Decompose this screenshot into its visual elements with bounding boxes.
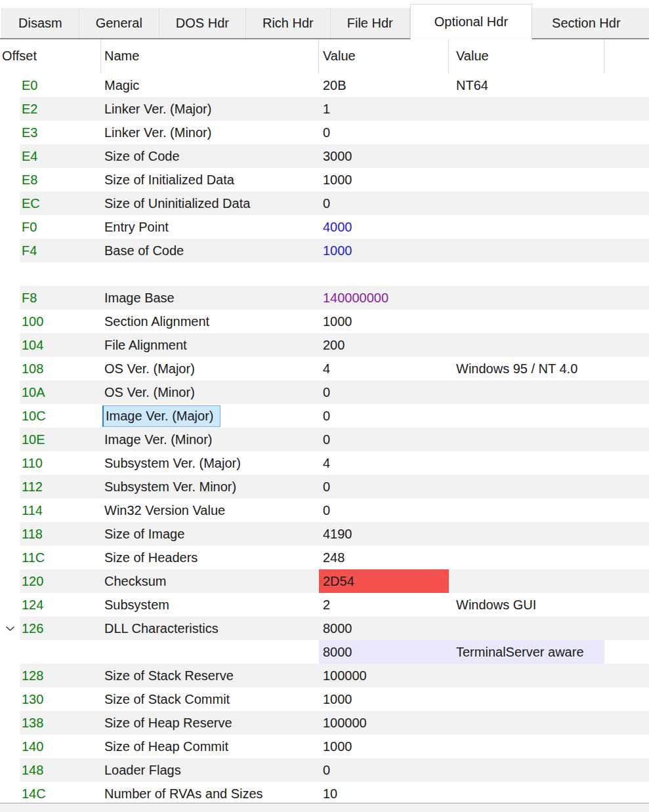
offset-cell[interactable]: 126 — [20, 617, 101, 640]
offset-cell[interactable]: 100 — [20, 310, 101, 333]
value-cell[interactable]: 10 — [319, 782, 449, 805]
value-cell[interactable]: 248 — [319, 546, 449, 569]
table-row[interactable]: F4Base of Code1000 — [0, 239, 649, 262]
table-row[interactable]: 10AOS Ver. (Minor)0 — [0, 380, 649, 404]
name-cell[interactable]: Size of Stack Reserve — [101, 664, 319, 687]
offset-cell[interactable]: F0 — [20, 215, 101, 239]
value-cell[interactable]: 2 — [319, 593, 449, 617]
table-row[interactable]: E2Linker Ver. (Major)1 — [0, 97, 649, 121]
name-cell[interactable] — [101, 640, 319, 664]
table-row[interactable]: 112Subsystem Ver. Minor)0 — [0, 475, 649, 498]
meaning-cell[interactable] — [449, 451, 604, 475]
offset-cell[interactable]: 138 — [20, 711, 101, 735]
column-header-offset[interactable]: Offset — [0, 39, 101, 73]
name-cell[interactable]: Size of Initialized Data — [101, 168, 319, 192]
value-cell[interactable]: 8000 — [319, 617, 449, 640]
name-cell[interactable]: Loader Flags — [101, 758, 319, 782]
meaning-cell[interactable] — [449, 144, 604, 168]
table-row[interactable]: E0Magic20BNT64 — [0, 73, 649, 97]
offset-cell[interactable]: 10C — [20, 404, 101, 428]
meaning-cell[interactable] — [449, 380, 604, 404]
meaning-cell[interactable] — [449, 758, 604, 782]
offset-cell[interactable] — [20, 640, 101, 664]
meaning-cell[interactable]: NT64 — [449, 73, 604, 97]
value-cell[interactable]: 2D54 — [319, 569, 449, 593]
value-cell[interactable]: 8000 — [319, 640, 449, 664]
name-cell[interactable]: Number of RVAs and Sizes — [101, 782, 319, 805]
value-cell[interactable]: 4 — [319, 451, 449, 475]
offset-cell[interactable]: 14C — [20, 782, 101, 805]
tab-file-hdr[interactable]: File Hdr — [331, 8, 410, 38]
name-cell[interactable]: Image Ver. (Major) — [101, 404, 319, 428]
meaning-cell[interactable] — [449, 735, 604, 758]
table-row[interactable]: F8Image Base140000000 — [0, 286, 649, 310]
value-cell[interactable]: 1000 — [319, 168, 449, 192]
table-row[interactable]: 8000TerminalServer aware — [0, 640, 649, 664]
meaning-cell[interactable] — [449, 522, 604, 546]
offset-cell[interactable]: 124 — [20, 593, 101, 617]
tab-optional-hdr[interactable]: Optional Hdr — [410, 4, 532, 39]
table-row[interactable]: 114Win32 Version Value0 — [0, 498, 649, 522]
value-cell[interactable]: 140000000 — [319, 286, 449, 310]
value-cell[interactable]: 4190 — [319, 522, 449, 546]
column-header-value-meaning[interactable]: Value — [449, 39, 604, 73]
name-cell[interactable]: Linker Ver. (Minor) — [101, 121, 319, 144]
value-cell[interactable]: 1 — [319, 97, 449, 121]
column-header-value[interactable]: Value — [319, 39, 449, 73]
value-cell[interactable]: 0 — [319, 498, 449, 522]
tab-general[interactable]: General — [79, 8, 159, 38]
value-cell[interactable]: 4000 — [319, 215, 449, 239]
name-cell[interactable]: Size of Headers — [101, 546, 319, 569]
name-cell[interactable]: Size of Stack Commit — [101, 687, 319, 711]
offset-cell[interactable]: 128 — [20, 664, 101, 687]
name-cell[interactable]: Size of Image — [101, 522, 319, 546]
meaning-cell[interactable] — [449, 404, 604, 428]
table-row[interactable]: 126DLL Characteristics8000 — [0, 617, 649, 640]
value-cell[interactable]: 0 — [319, 404, 449, 428]
name-cell[interactable]: File Alignment — [101, 333, 319, 357]
table-row[interactable]: 108OS Ver. (Major)4Windows 95 / NT 4.0 — [0, 357, 649, 380]
offset-cell[interactable]: 104 — [20, 333, 101, 357]
value-cell[interactable]: 1000 — [319, 239, 449, 262]
table-row[interactable]: 10CImage Ver. (Major)0 — [0, 404, 649, 428]
offset-cell[interactable]: E8 — [20, 168, 101, 192]
tab-section-hdr[interactable]: Section Hdr — [532, 8, 649, 38]
table-row[interactable]: 110Subsystem Ver. (Major)4 — [0, 451, 649, 475]
table-row[interactable]: 120Checksum2D54 — [0, 569, 649, 593]
offset-cell[interactable]: 120 — [20, 569, 101, 593]
table-row[interactable]: 11CSize of Headers248 — [0, 546, 649, 569]
meaning-cell[interactable]: Windows 95 / NT 4.0 — [449, 357, 604, 380]
offset-cell[interactable]: 148 — [20, 758, 101, 782]
offset-cell[interactable]: E0 — [20, 73, 101, 97]
meaning-cell[interactable] — [449, 546, 604, 569]
value-cell[interactable]: 0 — [319, 475, 449, 498]
value-cell[interactable]: 100000 — [319, 711, 449, 735]
name-cell[interactable]: OS Ver. (Minor) — [101, 380, 319, 404]
name-cell[interactable]: Section Alignment — [101, 310, 319, 333]
meaning-cell[interactable]: Windows GUI — [449, 593, 604, 617]
name-cell[interactable]: Size of Code — [101, 144, 319, 168]
name-cell[interactable]: Subsystem — [101, 593, 319, 617]
name-cell[interactable]: Image Ver. (Minor) — [101, 428, 319, 451]
table-row[interactable]: 138Size of Heap Reserve100000 — [0, 711, 649, 735]
meaning-cell[interactable] — [449, 498, 604, 522]
meaning-cell[interactable] — [449, 782, 604, 805]
offset-cell[interactable]: 118 — [20, 522, 101, 546]
value-cell[interactable]: 1000 — [319, 687, 449, 711]
meaning-cell[interactable]: TerminalServer aware — [449, 640, 604, 664]
value-cell[interactable]: 0 — [319, 380, 449, 404]
value-cell[interactable]: 20B — [319, 73, 449, 97]
value-cell[interactable]: 0 — [319, 192, 449, 215]
value-cell[interactable]: 3000 — [319, 144, 449, 168]
offset-cell[interactable]: EC — [20, 192, 101, 215]
meaning-cell[interactable] — [449, 286, 604, 310]
offset-cell[interactable]: 108 — [20, 357, 101, 380]
tab-disasm[interactable]: Disasm — [1, 8, 79, 38]
name-cell[interactable]: OS Ver. (Major) — [101, 357, 319, 380]
column-header-name[interactable]: Name — [101, 39, 319, 73]
horizontal-scrollbar[interactable] — [0, 803, 649, 812]
offset-cell[interactable]: 10A — [20, 380, 101, 404]
meaning-cell[interactable] — [449, 428, 604, 451]
table-row[interactable]: E4Size of Code3000 — [0, 144, 649, 168]
meaning-cell[interactable] — [449, 569, 604, 593]
